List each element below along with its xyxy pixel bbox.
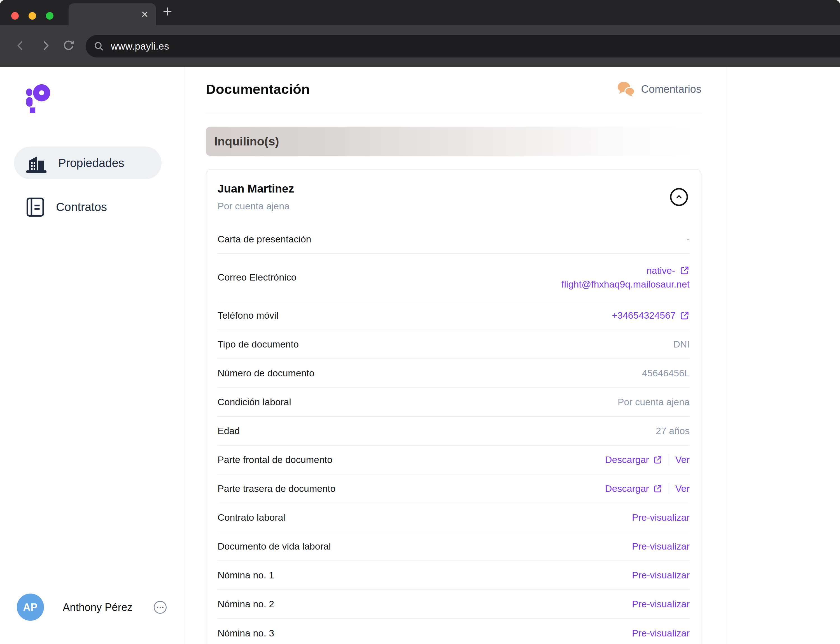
table-row: Carta de presentación - (218, 225, 689, 254)
page-header: Documentación Comentarios (206, 78, 701, 100)
row-label: Carta de presentación (218, 234, 311, 245)
row-label: Tipo de documento (218, 339, 299, 350)
back-icon (14, 39, 26, 52)
row-value: Por cuenta ajena (618, 396, 689, 407)
avatar: AP (17, 593, 44, 621)
email-line2: flight@fhxhaq9q.mailosaur.net (562, 279, 689, 290)
table-row: Nómina no. 1 Pre-visualizar (218, 561, 689, 590)
browser-tab[interactable] (69, 3, 156, 25)
link-separator (669, 483, 669, 495)
app-window: Propiedades Contratos AP Anthony Pérez (0, 67, 840, 644)
sidebar-item-propiedades[interactable]: Propiedades (14, 146, 162, 179)
table-row: Parte trasera de documento Descargar (218, 475, 689, 503)
table-row: Documento de vida laboral Pre-visualizar (218, 532, 689, 561)
link-separator (669, 454, 669, 465)
page-title: Documentación (206, 81, 309, 97)
row-label: Parte trasera de documento (218, 483, 336, 494)
window-controls (11, 12, 54, 20)
preview-link[interactable]: Pre-visualizar (632, 570, 689, 581)
close-icon (141, 10, 149, 18)
row-label: Documento de vida laboral (218, 541, 331, 552)
search-icon (93, 40, 105, 52)
buildings-icon (26, 153, 47, 173)
preview-link[interactable]: Pre-visualizar (632, 512, 689, 523)
row-label: Número de documento (218, 368, 314, 379)
tenant-subtitle: Por cuenta ajena (218, 200, 689, 212)
table-row: Condición laboral Por cuenta ajena (218, 388, 689, 417)
preview-link[interactable]: Pre-visualizar (632, 541, 689, 552)
table-row: Nómina no. 3 Pre-visualizar (218, 619, 689, 644)
row-label: Teléfono móvil (218, 310, 278, 321)
table-row: Correo Electrónico native- flight@fhxhaq (218, 254, 689, 301)
tenant-card: Juan Martinez Por cuenta ajena Carta de … (206, 169, 701, 644)
browser-chrome: www.payli.es (0, 0, 840, 67)
url-bar[interactable]: www.payli.es (86, 35, 840, 58)
external-link-icon (680, 265, 689, 276)
chat-bubbles-icon (617, 81, 635, 97)
row-label: Contrato laboral (218, 512, 285, 523)
forward-button[interactable] (36, 36, 55, 55)
table-row: Parte frontal de documento Descargar (218, 445, 689, 475)
tenant-name: Juan Martinez (218, 182, 689, 196)
sidebar-item-contratos[interactable]: Contratos (14, 191, 162, 223)
view-link[interactable]: Ver (675, 483, 689, 494)
tab-strip (0, 0, 840, 25)
email-link[interactable]: native- flight@fhxhaq9q.mailosaur.net (562, 265, 689, 290)
sidebar: Propiedades Contratos AP Anthony Pérez (0, 67, 184, 644)
external-link-icon (680, 310, 689, 320)
user-menu-button[interactable] (154, 601, 167, 614)
reload-icon (62, 39, 75, 53)
row-value: - (686, 234, 689, 245)
user-area: AP Anthony Pérez (0, 593, 184, 627)
user-name: Anthony Pérez (63, 601, 133, 613)
row-value: 27 años (656, 426, 689, 436)
table-row: Tipo de documento DNI (218, 330, 689, 359)
row-value: DNI (673, 339, 689, 350)
fullscreen-window-button[interactable] (46, 12, 54, 20)
minimize-window-button[interactable] (29, 12, 36, 20)
table-row: Edad 27 años (218, 417, 689, 445)
row-label: Nómina no. 3 (218, 628, 274, 639)
plus-icon (162, 6, 173, 17)
email-line1: native- (647, 265, 675, 276)
row-label: Nómina no. 1 (218, 570, 274, 581)
url-text: www.payli.es (111, 41, 169, 52)
row-value: 45646456L (642, 368, 689, 379)
content-right-divider (726, 67, 726, 644)
chevron-up-icon (674, 192, 684, 202)
back-button[interactable] (11, 36, 29, 55)
reload-button[interactable] (59, 36, 78, 55)
new-tab-button[interactable] (161, 5, 174, 18)
tenant-card-header: Juan Martinez Por cuenta ajena (218, 169, 689, 225)
payli-logo-icon (25, 82, 52, 114)
collapse-card-button[interactable] (670, 188, 688, 206)
sidebar-item-label: Contratos (56, 200, 107, 214)
row-label: Parte frontal de documento (218, 454, 332, 465)
table-row: Número de documento 45646456L (218, 359, 689, 388)
view-link[interactable]: Ver (675, 454, 689, 465)
row-label: Nómina no. 2 (218, 599, 274, 610)
external-link-icon (653, 455, 663, 465)
sidebar-item-label: Propiedades (58, 156, 124, 170)
phone-link[interactable]: +34654324567 (612, 310, 689, 321)
preview-link[interactable]: Pre-visualizar (632, 599, 689, 610)
row-label: Correo Electrónico (218, 272, 296, 283)
external-link-icon (653, 484, 663, 493)
tenants-banner-title: Inquilino(s) (214, 135, 279, 148)
comments-button[interactable]: Comentarios (617, 81, 701, 97)
table-row: Teléfono móvil +34654324567 (218, 301, 689, 330)
download-link[interactable]: Descargar (605, 483, 663, 494)
download-link[interactable]: Descargar (605, 454, 663, 465)
row-label: Condición laboral (218, 396, 291, 407)
preview-link[interactable]: Pre-visualizar (632, 628, 689, 639)
table-row: Nómina no. 2 Pre-visualizar (218, 590, 689, 619)
contract-icon (26, 197, 45, 217)
table-row: Contrato laboral Pre-visualizar (218, 503, 689, 532)
tab-close-button[interactable] (139, 9, 151, 20)
close-window-button[interactable] (11, 12, 19, 20)
comments-label: Comentarios (641, 83, 701, 95)
ellipsis-icon (157, 607, 158, 608)
browser-toolbar: www.payli.es (0, 25, 840, 67)
header-divider (206, 114, 701, 114)
forward-icon (39, 39, 52, 52)
